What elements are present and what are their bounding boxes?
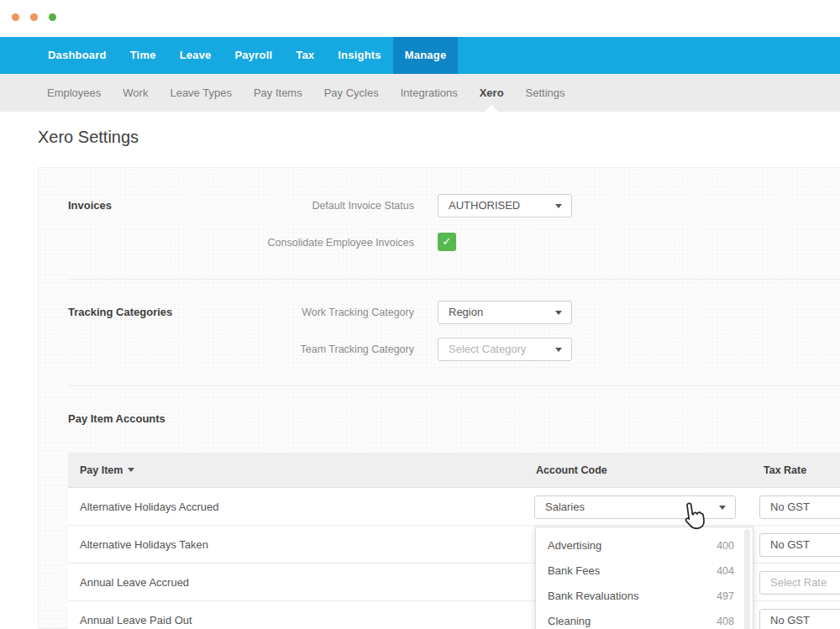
subtab-pay-cycles[interactable]: Pay Cycles — [313, 74, 390, 112]
consolidate-invoices-label: Consolidate Employee Invoices — [39, 237, 414, 249]
column-header-tax-rate: Tax Rate — [764, 453, 806, 488]
table-row: Alternative Holidays Accrued Salaries No… — [68, 488, 840, 526]
column-header-pay-item[interactable]: Pay Item — [80, 453, 134, 488]
chevron-down-icon — [719, 506, 726, 510]
tab-manage[interactable]: Manage — [393, 37, 459, 74]
section-divider — [68, 385, 840, 386]
tax-rate-placeholder: Select Rate — [770, 576, 827, 589]
account-code-dropdown: Advertising 400 Bank Fees 404 Bank Reval… — [535, 527, 753, 629]
page-title: Xero Settings — [38, 128, 139, 147]
window-dot-icon[interactable] — [49, 13, 56, 21]
default-invoice-status-select[interactable]: AUTHORISED — [438, 194, 572, 218]
tax-rate-value: No GST — [770, 538, 810, 551]
work-tracking-category-select[interactable]: Region — [438, 301, 572, 324]
tab-insights[interactable]: Insights — [326, 37, 392, 74]
tab-dashboard[interactable]: Dashboard — [36, 37, 118, 74]
chevron-down-icon — [555, 204, 562, 208]
window-dot-icon[interactable] — [12, 13, 19, 21]
checkmark-icon: ✓ — [443, 235, 452, 248]
pay-item-name: Alternative Holidays Accrued — [80, 488, 218, 526]
subtab-work[interactable]: Work — [112, 74, 159, 112]
dropdown-option-code: 400 — [717, 533, 734, 558]
default-invoice-status-value: AUTHORISED — [449, 199, 520, 212]
subtab-xero[interactable]: Xero — [469, 74, 515, 112]
subtab-integrations[interactable]: Integrations — [390, 74, 469, 112]
tab-payroll[interactable]: Payroll — [223, 37, 285, 74]
consolidate-invoices-checkbox[interactable]: ✓ — [438, 233, 456, 251]
subtab-settings[interactable]: Settings — [515, 74, 576, 112]
tax-rate-select[interactable]: Select Rate — [759, 571, 840, 595]
pay-item-accounts-title: Pay Item Accounts — [68, 412, 165, 425]
dropdown-option-label: Bank Fees — [548, 564, 600, 577]
column-header-account-code: Account Code — [536, 453, 607, 488]
chevron-down-icon — [555, 311, 562, 315]
subtab-xero-label: Xero — [480, 86, 504, 99]
pay-item-name: Alternative Holidays Taken — [80, 526, 208, 563]
pay-item-name: Annual Leave Accrued — [80, 563, 189, 601]
tax-rate-select[interactable]: No GST — [759, 609, 840, 629]
section-divider — [68, 279, 840, 280]
dropdown-option-code: 497 — [717, 584, 734, 609]
tab-time[interactable]: Time — [118, 37, 168, 74]
sort-caret-icon — [128, 468, 134, 472]
account-code-select[interactable]: Salaries — [534, 495, 736, 519]
primary-nav: Dashboard Time Leave Payroll Tax Insight… — [0, 37, 840, 74]
app-window: Dashboard Time Leave Payroll Tax Insight… — [0, 0, 840, 629]
dropdown-option-label: Cleaning — [548, 615, 591, 627]
dropdown-scrollbar[interactable] — [744, 529, 750, 629]
dropdown-option-bank-revaluations[interactable]: Bank Revaluations 497 — [536, 584, 753, 609]
secondary-nav: Employees Work Leave Types Pay Items Pay… — [0, 74, 840, 112]
work-tracking-category-value: Region — [449, 306, 483, 318]
table-header-row: Pay Item Account Code Tax Rate — [68, 453, 840, 488]
tab-tax[interactable]: Tax — [284, 37, 326, 74]
subtab-leave-types[interactable]: Leave Types — [159, 74, 242, 112]
tax-rate-value: No GST — [770, 501, 810, 513]
team-tracking-category-select[interactable]: Select Category — [438, 338, 572, 361]
account-code-value: Salaries — [545, 501, 585, 513]
dropdown-option-code: 404 — [717, 558, 734, 584]
dropdown-option-label: Advertising — [548, 539, 601, 552]
default-invoice-status-label: Default Invoice Status — [39, 200, 414, 212]
window-titlebar — [0, 0, 840, 37]
tax-rate-select[interactable]: No GST — [759, 533, 840, 557]
work-tracking-category-label: Work Tracking Category — [39, 307, 414, 318]
tab-leave[interactable]: Leave — [168, 37, 223, 74]
team-tracking-category-placeholder: Select Category — [449, 343, 527, 355]
dropdown-option-advertising[interactable]: Advertising 400 — [536, 533, 753, 558]
pay-item-header-label: Pay Item — [80, 464, 123, 476]
subtab-pay-items[interactable]: Pay Items — [243, 74, 313, 112]
subtab-employees[interactable]: Employees — [36, 74, 112, 112]
window-dot-icon[interactable] — [30, 13, 38, 21]
pay-item-name: Annual Leave Paid Out — [80, 601, 192, 629]
chevron-down-icon — [555, 348, 562, 352]
tax-rate-value: No GST — [770, 614, 810, 626]
dropdown-option-bank-fees[interactable]: Bank Fees 404 — [536, 558, 753, 584]
active-tab-caret-icon — [485, 104, 498, 112]
dropdown-option-label: Bank Revaluations — [548, 590, 638, 602]
dropdown-option-code: 408 — [717, 609, 734, 629]
tax-rate-select[interactable]: No GST — [759, 495, 840, 519]
dropdown-option-cleaning[interactable]: Cleaning 408 — [536, 609, 753, 629]
team-tracking-category-label: Team Tracking Category — [39, 343, 414, 355]
